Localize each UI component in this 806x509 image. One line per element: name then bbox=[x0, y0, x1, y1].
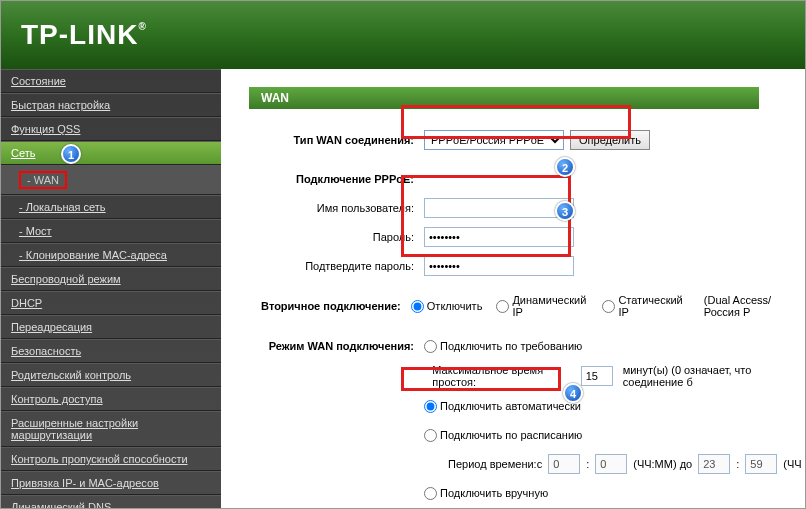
period-h2-input[interactable] bbox=[698, 454, 730, 474]
sec-static-radio[interactable] bbox=[602, 300, 615, 313]
period-label: Период времени:с bbox=[448, 458, 542, 470]
sidebar-item-wan[interactable]: - WAN bbox=[1, 165, 221, 195]
section-title: WAN bbox=[249, 87, 759, 109]
sidebar-item-security[interactable]: Безопасность bbox=[1, 339, 221, 363]
sidebar-item-qss[interactable]: Функция QSS bbox=[1, 117, 221, 141]
pppoe-label: Подключение PPPoE: bbox=[249, 173, 424, 185]
detect-button[interactable]: Определить bbox=[570, 130, 650, 150]
mode-manual-radio[interactable] bbox=[424, 487, 437, 500]
logo: TP-LINK® bbox=[21, 19, 147, 51]
confirm-label: Подтвердите пароль: bbox=[249, 260, 424, 272]
sidebar-item-access[interactable]: Контроль доступа bbox=[1, 387, 221, 411]
sidebar-item-dhcp[interactable]: DHCP bbox=[1, 291, 221, 315]
wan-type-select[interactable]: PPPoE/Россия PPPoE bbox=[424, 130, 564, 150]
app-window: TP-LINK® Состояние Быстрая настройка Фун… bbox=[0, 0, 806, 509]
wan-type-label: Тип WAN соединения: bbox=[249, 134, 424, 146]
sidebar-item-status[interactable]: Состояние bbox=[1, 69, 221, 93]
sidebar: Состояние Быстрая настройка Функция QSS … bbox=[1, 69, 221, 508]
sidebar-item-ipmac[interactable]: Привязка IP- и MAC-адресов bbox=[1, 471, 221, 495]
username-input[interactable] bbox=[424, 198, 574, 218]
wanmode-label: Режим WAN подключения: bbox=[249, 340, 424, 352]
period-fmt2: (ЧЧ bbox=[783, 458, 801, 470]
confirm-input[interactable] bbox=[424, 256, 574, 276]
sidebar-item-parental[interactable]: Родительский контроль bbox=[1, 363, 221, 387]
mode-schedule-radio[interactable] bbox=[424, 429, 437, 442]
sec-disable-label: Отключить bbox=[427, 300, 483, 312]
mode-auto-label: Подключить автоматически bbox=[440, 400, 581, 412]
period-h1-input[interactable] bbox=[548, 454, 580, 474]
sidebar-item-forwarding[interactable]: Переадресация bbox=[1, 315, 221, 339]
password-label: Пароль: bbox=[249, 231, 424, 243]
sec-dynip-label: Динамический IP bbox=[512, 294, 588, 318]
idle-hint: минут(ы) (0 означает, что соединение б bbox=[623, 364, 805, 388]
sidebar-item-bridge[interactable]: - Мост bbox=[1, 219, 221, 243]
mode-auto-radio[interactable] bbox=[424, 400, 437, 413]
period-fmt: (ЧЧ:ММ) до bbox=[633, 458, 692, 470]
idle-input[interactable] bbox=[581, 366, 613, 386]
password-input[interactable] bbox=[424, 227, 574, 247]
sidebar-item-ddns[interactable]: Динамический DNS bbox=[1, 495, 221, 509]
mode-schedule-label: Подключить по расписанию bbox=[440, 429, 582, 441]
sec-disable-radio[interactable] bbox=[411, 300, 424, 313]
sec-note: (Dual Access/Россия P bbox=[704, 294, 805, 318]
username-label: Имя пользователя: bbox=[249, 202, 424, 214]
sec-static-label: Статический IP bbox=[618, 294, 685, 318]
form: Тип WAN соединения: PPPoE/Россия PPPoE О… bbox=[249, 109, 805, 508]
sidebar-item-lan[interactable]: - Локальная сеть bbox=[1, 195, 221, 219]
period-m2-input[interactable] bbox=[745, 454, 777, 474]
main-content: WAN Тип WAN соединения: PPPoE/Россия PPP… bbox=[221, 69, 805, 508]
mode-manual-label: Подключить вручную bbox=[440, 487, 548, 499]
header: TP-LINK® bbox=[1, 1, 805, 69]
sidebar-item-macclone[interactable]: - Клонирование MAC-адреса bbox=[1, 243, 221, 267]
sidebar-item-bandwidth[interactable]: Контроль пропускной способности bbox=[1, 447, 221, 471]
mode-ondemand-radio[interactable] bbox=[424, 340, 437, 353]
sidebar-item-quicksetup[interactable]: Быстрая настройка bbox=[1, 93, 221, 117]
sidebar-item-network[interactable]: Сеть bbox=[1, 141, 221, 165]
idle-label: Максимальное время простоя: bbox=[432, 364, 574, 388]
sidebar-item-wireless[interactable]: Беспроводной режим bbox=[1, 267, 221, 291]
period-m1-input[interactable] bbox=[595, 454, 627, 474]
body: Состояние Быстрая настройка Функция QSS … bbox=[1, 69, 805, 508]
secondary-label: Вторичное подключение: bbox=[249, 300, 411, 312]
mode-ondemand-label: Подключить по требованию bbox=[440, 340, 582, 352]
sidebar-item-routing[interactable]: Расширенные настройки маршрутизации bbox=[1, 411, 221, 447]
sec-dynip-radio[interactable] bbox=[496, 300, 509, 313]
